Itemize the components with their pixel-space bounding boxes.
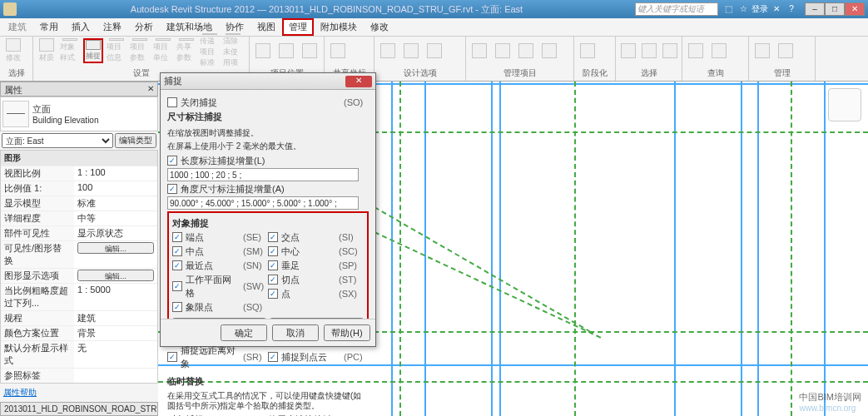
left-panel: 属性✕ 立面Building Elevation 立面: East 编辑类型 图…	[0, 82, 158, 416]
length-increments-input[interactable]: 1000 ; 100 ; 20 ; 5 ;	[167, 168, 359, 181]
app-icon	[3, 2, 17, 16]
tab-view[interactable]: 视图	[250, 18, 282, 36]
main-model-icon[interactable]	[378, 38, 398, 63]
group-manage-project: 管理项目	[469, 67, 570, 79]
subscription-icon[interactable]: ⬚	[722, 2, 735, 16]
properties-help-link[interactable]: 属性帮助	[0, 384, 158, 402]
dim-snap-heading: 尺寸标注捕捉	[167, 111, 222, 121]
ok-button[interactable]: 确定	[221, 324, 267, 341]
instance-dropdown[interactable]: 立面: East	[2, 133, 113, 148]
type-selector[interactable]: 立面Building Elevation	[0, 97, 158, 131]
tab-insert[interactable]: 插入	[65, 18, 97, 36]
group-phasing: 阶段化	[578, 67, 612, 79]
transfer-icon[interactable]: 传递项目标准	[200, 38, 220, 63]
elevation-icon	[2, 101, 29, 127]
snaps-off-checkbox[interactable]	[167, 97, 177, 107]
browser-header: 2013011_HLD_ROBINSON_ROAD_STRU_GF.rvt - …	[1, 403, 157, 416]
tab-arch[interactable]: 建筑	[2, 18, 33, 36]
object-styles-icon[interactable]: 对象样式	[60, 38, 80, 63]
angle-check[interactable]: ✓	[167, 184, 177, 194]
angle-increments-input[interactable]: 90.000° ; 45.000° ; 15.000° ; 5.000° ; 1…	[167, 196, 359, 210]
window-buttons: – □ ✕	[805, 2, 865, 16]
graphic-display-edit-button[interactable]: 编辑...	[77, 270, 154, 281]
group-select: 选择	[3, 67, 29, 79]
tab-common[interactable]: 常用	[33, 18, 65, 36]
maximize-button[interactable]: □	[825, 2, 845, 16]
length-check[interactable]: ✓	[167, 156, 177, 166]
project-units-icon[interactable]: 项目单位	[153, 38, 173, 63]
watermark: 中国BIM培训网 www.bimcn.org	[799, 391, 861, 413]
phases-icon[interactable]	[578, 38, 598, 63]
ribbon-tabs: 建筑 常用 插入 注释 分析 建筑和场地 协作 视图 管理 附加模块 修改	[0, 18, 868, 37]
help-button[interactable]: 帮助(H)	[324, 324, 370, 341]
prop-group-graphics: 图形	[1, 151, 157, 166]
tab-annotate[interactable]: 注释	[97, 18, 128, 36]
exchange-icon[interactable]: ✕	[770, 2, 783, 16]
shared-params-icon[interactable]: 共享参数	[176, 38, 196, 63]
tab-analyze[interactable]: 分析	[128, 18, 160, 36]
ribbon: 修改 选择 材质 对象样式 捕捉 项目信息 项目参数 项目单位 共享参数 传递项…	[0, 37, 868, 82]
design-options-icon[interactable]	[328, 38, 348, 63]
app-title: Autodesk Revit Structure 2012 — 2013011_…	[22, 3, 632, 16]
dialog-close-button[interactable]: ✕	[345, 76, 372, 87]
view-cube[interactable]	[828, 88, 861, 121]
group-macros: 管理	[752, 67, 811, 79]
add-to-set-icon[interactable]	[401, 38, 421, 63]
project-info-icon[interactable]: 项目信息	[107, 38, 126, 63]
minimize-button[interactable]: –	[805, 2, 825, 16]
login-label[interactable]: 登录	[751, 2, 768, 16]
load-sel-icon[interactable]	[640, 38, 657, 63]
position-icon[interactable]	[300, 38, 320, 63]
materials-icon[interactable]: 材质	[37, 38, 57, 63]
help-icon[interactable]: ☆	[737, 2, 750, 16]
tab-modify[interactable]: 修改	[364, 18, 395, 36]
macro-security-icon[interactable]	[776, 38, 796, 63]
purge-icon[interactable]: 清除未使用项	[223, 38, 243, 63]
cancel-button[interactable]: 取消	[272, 324, 319, 341]
dialog-title: 捕捉	[164, 75, 345, 87]
info-icon[interactable]: ?	[785, 2, 798, 16]
project-params-icon[interactable]: 项目参数	[130, 38, 150, 63]
dialog-titlebar[interactable]: 捕捉 ✕	[161, 73, 375, 90]
snaps-icon[interactable]: 捕捉	[83, 38, 103, 63]
snaps-dialog: 捕捉 ✕ 关闭捕捉(SO) 尺寸标注捕捉 在缩放视图时调整捕捉。 在屏幕上使用小…	[160, 72, 376, 347]
manage-links-icon[interactable]	[469, 38, 489, 63]
warnings-icon[interactable]	[709, 38, 729, 63]
edit-type-button[interactable]: 编辑类型	[115, 133, 156, 148]
properties-close-icon[interactable]: ✕	[147, 84, 154, 94]
manage-images-icon[interactable]	[493, 38, 513, 63]
location-icon[interactable]	[253, 38, 273, 63]
edit-sel-icon[interactable]	[661, 38, 678, 63]
starting-view-icon[interactable]	[539, 38, 559, 63]
pick-edit-icon[interactable]	[424, 38, 444, 63]
group-inquiry: 查询	[686, 67, 745, 79]
properties-header: 属性✕	[0, 82, 158, 97]
properties-grid: 图形 视图比例1 : 100 比例值 1:100 显示模型标准 详细程度中等 部…	[0, 150, 158, 384]
title-tool-icons: ⬚ ☆ 登录 ✕ ?	[722, 2, 798, 16]
tab-manage[interactable]: 管理	[282, 18, 314, 36]
help-search[interactable]: 键入关键字或短语	[635, 2, 718, 16]
modify-tool[interactable]: 修改	[3, 38, 23, 63]
save-sel-icon[interactable]	[619, 38, 637, 63]
visibility-edit-button[interactable]: 编辑...	[77, 242, 154, 254]
select-by-id-icon[interactable]	[686, 38, 706, 63]
title-bar: Autodesk Revit Structure 2012 — 2013011_…	[0, 0, 868, 18]
close-button[interactable]: ✕	[845, 2, 865, 16]
project-browser: 2013011_HLD_ROBINSON_ROAD_STRU_GF.rvt - …	[0, 402, 158, 416]
group-selection: 选择	[619, 67, 678, 79]
coords-icon[interactable]	[276, 38, 296, 63]
tab-addins[interactable]: 附加模块	[314, 18, 364, 36]
decal-types-icon[interactable]	[516, 38, 536, 63]
macro-manager-icon[interactable]	[752, 38, 772, 63]
group-design-options: 设计选项	[378, 67, 462, 79]
